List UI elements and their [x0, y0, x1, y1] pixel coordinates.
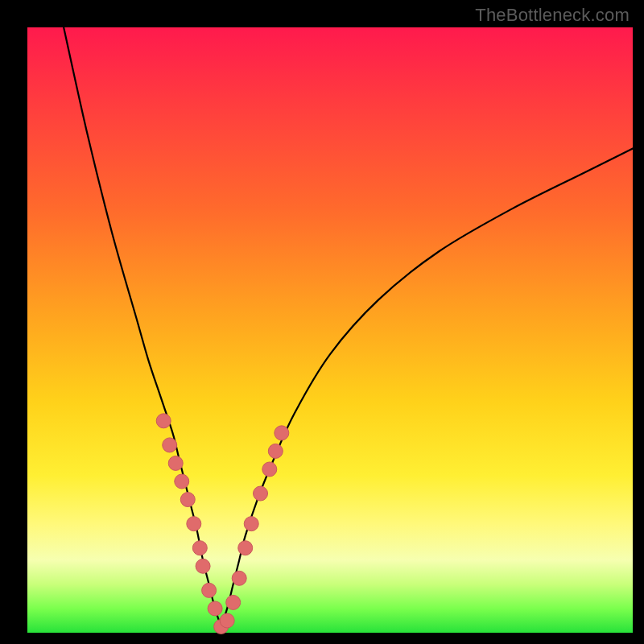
marker-dot	[202, 583, 217, 597]
marker-dot	[244, 517, 258, 531]
marker-dot	[220, 613, 234, 628]
marker-dot	[156, 414, 171, 428]
marker-dot	[208, 601, 222, 616]
marker-group	[156, 414, 289, 634]
marker-dot	[275, 426, 289, 440]
marker-dot	[168, 456, 183, 470]
curve-right-branch	[221, 148, 633, 626]
marker-dot	[232, 571, 246, 585]
marker-dot	[196, 559, 210, 573]
marker-dot	[238, 541, 253, 555]
marker-dot	[187, 517, 201, 531]
marker-dot	[268, 444, 283, 458]
plot-area	[27, 27, 633, 633]
marker-dot	[226, 595, 241, 609]
chart-frame: TheBottleneck.com	[0, 0, 644, 644]
marker-dot	[175, 474, 189, 489]
marker-dot	[180, 493, 195, 507]
marker-dot	[254, 486, 268, 501]
curve-layer	[27, 27, 633, 633]
curve-left-branch	[64, 27, 221, 626]
marker-dot	[192, 541, 207, 555]
marker-dot	[163, 438, 177, 452]
watermark-text: TheBottleneck.com	[475, 5, 630, 26]
marker-dot	[262, 462, 277, 477]
